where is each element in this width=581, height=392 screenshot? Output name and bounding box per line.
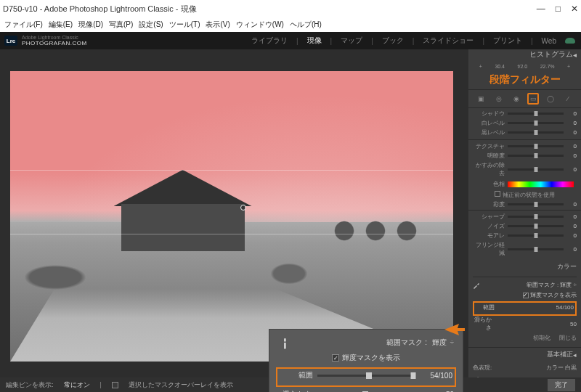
gradient-line-top[interactable]	[10, 170, 453, 171]
popup-title-label: 範囲マスク :	[386, 338, 427, 346]
local-tools: ▣ ◎ ◉ ▭ ◯ ⁄	[468, 89, 581, 108]
sharp-slider[interactable]	[508, 216, 564, 218]
brand: Lrc Adobe Lightroom Classic PHOTOGRAFAN.…	[0, 35, 87, 46]
mask-type[interactable]: 輝度	[560, 281, 572, 289]
color-section-label: カラー	[468, 260, 581, 274]
popup-title: 範囲マスク : 輝度 ÷	[386, 338, 454, 348]
crop-tool-icon[interactable]: ▣	[476, 93, 487, 105]
basic-header[interactable]: 基本補正 ◂	[468, 347, 581, 362]
mod-print[interactable]: プリント	[490, 33, 525, 48]
sys-buttons: — □ ✕	[537, 4, 578, 14]
menubar: ファイル(F) 編集(E) 現像(D) 写真(P) 設定(S) ツール(T) 表…	[0, 17, 581, 32]
texture-label: テクスチャ	[473, 142, 505, 150]
canvas-area: 範囲マスク : 輝度 ÷ ✓ 輝度マスクを表示 範囲	[0, 49, 468, 377]
shadow-slider[interactable]	[508, 113, 564, 115]
mod-library[interactable]: ライブラリ	[248, 33, 290, 48]
eyedropper-icon[interactable]	[276, 335, 293, 351]
done-button[interactable]: 完了	[548, 379, 575, 391]
cloud-sync-icon[interactable]	[565, 38, 575, 44]
mask-reset[interactable]: 初期化	[533, 334, 550, 342]
mod-book[interactable]: ブック	[379, 33, 407, 48]
noise-slider[interactable]	[508, 225, 564, 227]
spot-tool-icon[interactable]: ◎	[493, 93, 505, 105]
menu-file[interactable]: ファイル(F)	[4, 20, 43, 30]
histogram-header[interactable]: ヒストグラム ◂	[468, 49, 581, 60]
brush-tool-icon[interactable]: ⁄	[562, 93, 574, 105]
mini-show-mask-checkbox[interactable]: ✓	[523, 293, 529, 298]
range-highlight: 範囲 54/100	[276, 367, 456, 387]
sharp-label: シャープ	[473, 213, 505, 221]
histogram-readout: + 30.4 f/2.0 22.7% +	[468, 64, 581, 70]
popup-title-value[interactable]: 輝度	[432, 338, 447, 346]
use-before-checkbox[interactable]	[495, 191, 500, 197]
texture-slider[interactable]	[508, 145, 564, 147]
range-mask-popup: 範囲マスク : 輝度 ÷ ✓ 輝度マスクを表示 範囲	[269, 329, 463, 392]
menu-photo[interactable]: 写真(P)	[109, 20, 133, 30]
module-picker: ライブラリ| 現像| マップ| ブック| スライドショー| プリント| Web	[248, 33, 581, 48]
fringe-label: フリンジ軽減	[473, 241, 505, 257]
popup-dropdown-icon[interactable]: ÷	[450, 338, 455, 346]
brand-line1: Adobe Lightroom Classic	[22, 35, 87, 40]
moire-slider[interactable]	[508, 234, 564, 237]
treatment-label: 色表現:	[473, 364, 492, 372]
brand-line2: PHOTOGRAFAN.COM	[22, 40, 87, 46]
titlebar: D750-v10 - Adobe Photoshop Lightroom Cla…	[0, 0, 581, 17]
menu-settings[interactable]: 設定(S)	[139, 20, 163, 30]
pins-label: 編集ピンを表示:	[6, 380, 54, 390]
app-frame: Lrc Adobe Lightroom Classic PHOTOGRAFAN.…	[0, 32, 581, 392]
dehaze-slider[interactable]	[508, 168, 564, 171]
gradient-line-bottom[interactable]	[10, 234, 453, 234]
menu-window[interactable]: ウィンドウ(W)	[236, 20, 284, 30]
show-mask-checkbox[interactable]: ✓	[332, 354, 339, 362]
moire-label: モアレ	[473, 232, 505, 240]
redeye-tool-icon[interactable]: ◉	[511, 93, 522, 105]
menu-develop[interactable]: 現像(D)	[78, 20, 103, 30]
whites-label: 白レベル	[473, 119, 505, 127]
overlay-checkbox[interactable]	[112, 382, 118, 388]
mask-section: 範囲マスク : 輝度 ÷ ✓ 輝度マスクを表示 範囲54/100 滑らかさ50 …	[473, 277, 577, 344]
eyedropper-icon[interactable]	[473, 280, 482, 289]
show-mask-label: 輝度マスクを表示	[342, 353, 400, 363]
topbar: Lrc Adobe Lightroom Classic PHOTOGRAFAN.…	[0, 32, 581, 49]
window: D750-v10 - Adobe Photoshop Lightroom Cla…	[0, 0, 581, 392]
menu-view[interactable]: 表示(V)	[206, 20, 229, 30]
fringe-slider[interactable]	[508, 248, 564, 250]
lrc-badge: Lrc	[4, 36, 17, 46]
subject-house	[121, 171, 267, 251]
maximize-button[interactable]: □	[556, 4, 561, 14]
dehaze-label: かすみの除去	[473, 161, 505, 177]
window-title: D750-v10 - Adobe Photoshop Lightroom Cla…	[3, 4, 197, 15]
mod-develop[interactable]: 現像	[304, 33, 325, 48]
close-button[interactable]: ✕	[571, 4, 578, 14]
shadow-label: シャドウ	[473, 110, 505, 118]
menu-edit[interactable]: 編集(E)	[49, 20, 73, 30]
radial-tool-icon[interactable]: ◯	[545, 93, 556, 105]
right-panel: ヒストグラム ◂ + 30.4 f/2.0 22.7% + 段階	[468, 49, 581, 377]
range-slider-label: 範囲	[280, 370, 313, 380]
gradient-tool-icon[interactable]: ▭	[527, 93, 539, 105]
menu-tools[interactable]: ツール(T)	[169, 20, 200, 30]
smooth-slider-label: 滑らかさ	[278, 389, 312, 392]
hue-slider[interactable]	[508, 181, 574, 187]
pins-select[interactable]: 常にオン	[64, 380, 90, 390]
hue-label: 色相	[473, 180, 505, 188]
minimize-button[interactable]: —	[537, 4, 545, 14]
clarity-slider[interactable]	[508, 155, 564, 157]
photo-preview[interactable]	[10, 71, 453, 362]
overlay-label: 選択したマスクオーバーレイを表示	[129, 380, 233, 390]
mod-web[interactable]: Web	[539, 35, 559, 47]
mini-range-highlight: 範囲54/100	[473, 301, 577, 316]
sat-slider[interactable]	[508, 203, 564, 205]
annotation-gradient-filter: 段階フィルター	[468, 70, 581, 89]
mask-close[interactable]: 閉じる	[559, 334, 577, 342]
sat-label: 彩度	[473, 200, 505, 208]
menu-help[interactable]: ヘルプ(H)	[290, 20, 322, 30]
whites-slider[interactable]	[508, 122, 564, 124]
workspace: 範囲マスク : 輝度 ÷ ✓ 輝度マスクを表示 範囲	[0, 49, 581, 377]
mod-map[interactable]: マップ	[338, 33, 365, 48]
range-slider[interactable]	[317, 375, 413, 377]
mod-slideshow[interactable]: スライドショー	[420, 33, 476, 48]
blacks-slider[interactable]	[508, 131, 564, 134]
noise-label: ノイズ	[473, 222, 505, 230]
treatment-options[interactable]: カラー 白黒	[546, 364, 577, 372]
